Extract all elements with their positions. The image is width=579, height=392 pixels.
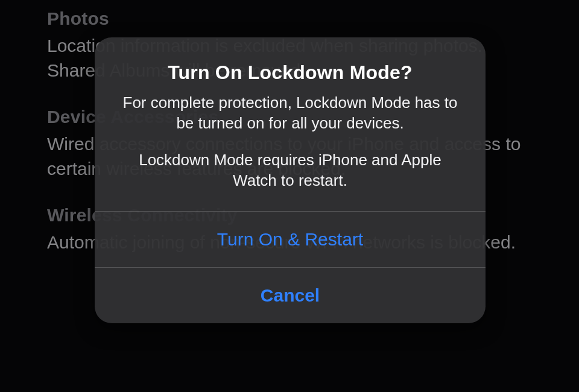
turn-on-and-restart-button[interactable]: Turn On & Restart bbox=[95, 212, 486, 267]
cancel-button[interactable]: Cancel bbox=[95, 268, 486, 323]
button-label: Turn On & Restart bbox=[217, 229, 363, 250]
alert-title: Turn On Lockdown Mode? bbox=[116, 62, 464, 84]
alert-message-1: For complete protection, Lockdown Mode h… bbox=[116, 92, 464, 134]
lockdown-mode-alert: Turn On Lockdown Mode? For complete prot… bbox=[95, 37, 486, 323]
alert-message-2: Lockdown Mode requires iPhone and Apple … bbox=[116, 150, 464, 191]
button-label: Cancel bbox=[261, 285, 320, 306]
alert-header: Turn On Lockdown Mode? For complete prot… bbox=[95, 37, 486, 211]
